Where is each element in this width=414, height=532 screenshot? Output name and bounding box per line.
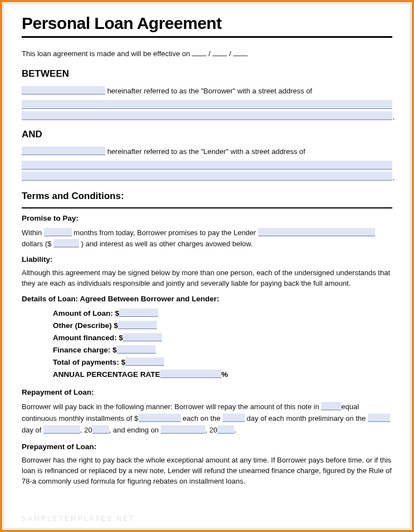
amount-dollars-field[interactable] — [53, 239, 79, 247]
repay-t1: Borrower will pay back in the following … — [22, 402, 321, 411]
detail-other-label: Other (Describe) $ — [53, 321, 118, 330]
repay-dayofmonth-field[interactable] — [223, 414, 245, 422]
borrower-line: hereinafter referred to as the "Borrower… — [22, 85, 392, 97]
between-heading: BETWEEN — [22, 68, 392, 79]
repay-t6: , 20 — [80, 426, 92, 434]
repay-t9: . — [234, 426, 236, 434]
detail-amount-label: Amount of Loan: $ — [53, 309, 119, 317]
promise-t1: Within — [22, 228, 44, 237]
lender-name-field[interactable] — [22, 147, 105, 155]
promise-t2: months from today, Borrower promises to … — [73, 228, 256, 237]
detail-amount-field[interactable] — [119, 309, 158, 317]
promise-t3: dollars ($ — [22, 240, 51, 248]
repay-equal-field[interactable] — [321, 402, 341, 410]
repay-endmonth-field[interactable] — [161, 425, 205, 434]
repay-endyear-field[interactable] — [218, 425, 234, 434]
detail-total-field[interactable] — [125, 357, 164, 366]
detail-amount: Amount of Loan: $ — [53, 307, 392, 320]
liability-text: Although this agreement may be signed be… — [22, 268, 392, 289]
promise-heading: Promise to Pay: — [22, 214, 392, 222]
repay-t5: day of — [22, 426, 43, 434]
detail-other-field[interactable] — [118, 321, 157, 329]
detail-apr-field[interactable] — [160, 370, 221, 378]
detail-financed: Amount financed: $ — [53, 332, 392, 344]
detail-total-label: Total of payments: $ — [53, 358, 125, 366]
intro-line: This loan agreement is made and will be … — [22, 49, 392, 59]
detail-financed-field[interactable] — [123, 333, 162, 341]
borrower-address-field[interactable] — [22, 100, 392, 109]
detail-finance-charge-field[interactable] — [117, 345, 156, 354]
details-heading: Details of Loan: Agreed Between Borrower… — [22, 295, 392, 303]
detail-financed-label: Amount financed: $ — [53, 334, 123, 342]
liability-heading: Liability: — [22, 255, 392, 263]
watermark: SAMPLETEMPLATES.NET — [22, 515, 135, 523]
repay-t4: day of each month preliminary on the — [245, 414, 368, 422]
repay-startmonth-field[interactable] — [43, 425, 80, 434]
detail-finance-charge: Finance charge: $ — [53, 344, 392, 356]
promise-para: Within months from today, Borrower promi… — [22, 227, 392, 250]
lender-text: hereinafter referred to as the "Lender" … — [107, 147, 305, 156]
date-sep1: / — [209, 49, 211, 58]
lender-address-field-2[interactable] — [22, 172, 392, 181]
repayment-para: Borrower will pay back in the following … — [22, 401, 392, 436]
borrower-text: hereinafter referred to as the "Borrower… — [107, 87, 312, 95]
date-day-field[interactable] — [213, 49, 227, 56]
detail-finance-charge-label: Finance charge: $ — [53, 346, 117, 354]
months-field[interactable] — [44, 228, 72, 236]
detail-apr: ANNUAL PERCENTAGE RATE% — [53, 369, 392, 381]
borrower-address-field-2[interactable] — [22, 111, 392, 120]
terms-heading: Terms and Conditions: — [22, 191, 392, 202]
detail-other: Other (Describe) $ — [53, 320, 392, 332]
document-border: Personal Loan Agreement This loan agreem… — [0, 0, 414, 532]
repay-t7: , and ending on — [109, 426, 161, 434]
repay-t8: , 20 — [205, 426, 218, 434]
lender-period: . — [392, 173, 395, 182]
date-sep2: / — [229, 49, 231, 58]
repay-t3: each on the — [181, 414, 223, 422]
detail-apr-pct: % — [221, 370, 228, 379]
date-year-field[interactable] — [233, 49, 248, 56]
repayment-heading: Repayment of Loan: — [22, 388, 392, 396]
document-page: Personal Loan Agreement This loan agreem… — [3, 3, 411, 529]
and-heading: AND — [22, 129, 392, 140]
lender-line: hereinafter referred to as the "Lender" … — [22, 146, 392, 157]
repay-startday-field[interactable] — [368, 414, 390, 422]
terms-rule — [22, 207, 392, 208]
date-month-field[interactable] — [192, 49, 206, 56]
detail-total: Total of payments: $ — [53, 356, 392, 369]
prepayment-text: Borrower has the right to pay back the w… — [22, 455, 392, 487]
page-title: Personal Loan Agreement — [22, 14, 392, 33]
amount-words-field[interactable] — [258, 228, 375, 236]
repay-installment-field[interactable] — [139, 414, 181, 422]
promise-t4: ) and interest as well as other charges … — [81, 240, 253, 248]
details-block: Amount of Loan: $ Other (Describe) $ Amo… — [53, 307, 392, 381]
borrower-period: . — [392, 113, 395, 121]
repay-startyear-field[interactable] — [92, 425, 109, 434]
title-rule — [22, 36, 392, 38]
intro-text: This loan agreement is made and will be … — [22, 49, 192, 58]
prepayment-heading: Prepayment of Loan: — [22, 442, 392, 451]
detail-apr-label: ANNUAL PERCENTAGE RATE — [53, 370, 160, 379]
borrower-name-field[interactable] — [22, 86, 105, 95]
lender-address-field[interactable] — [22, 161, 392, 170]
